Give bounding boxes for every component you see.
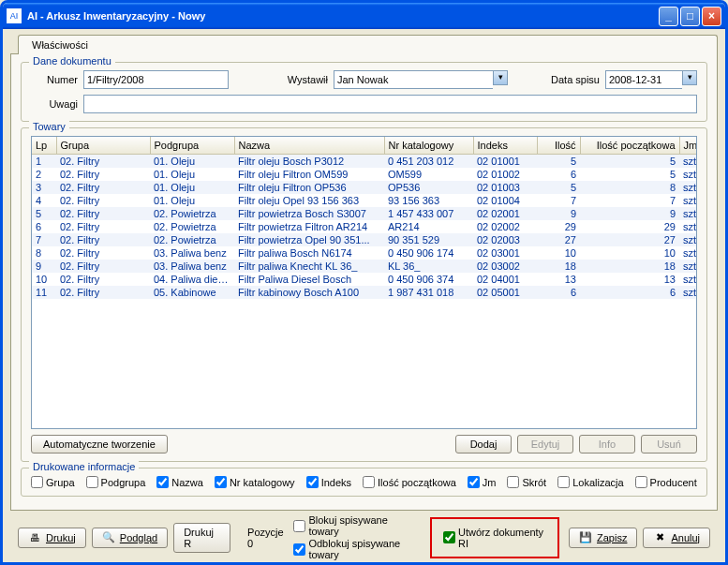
maximize-button[interactable]: □ — [680, 7, 700, 26]
check-producent[interactable]: Producent — [635, 476, 697, 488]
pozycje-label: Pozycje 0 — [247, 527, 288, 549]
wystawil-select[interactable]: ▾ — [334, 70, 508, 89]
wystawil-label: Wystawił — [234, 74, 328, 85]
check-lokalizacja[interactable]: Lokalizacja — [557, 476, 623, 488]
tab-properties[interactable]: Właściwości — [18, 35, 718, 54]
col-podgrupa[interactable]: Podgrupa — [150, 137, 234, 155]
legend-druk: Drukowane informacje — [29, 461, 139, 472]
col-indeks[interactable]: Indeks — [473, 137, 537, 155]
table-row[interactable]: 202. Filtry01. OlejuFiltr oleju Filtron … — [32, 168, 697, 181]
check-indeks[interactable]: Indeks — [306, 476, 351, 488]
data-spisu-input[interactable]: ▾ — [605, 70, 697, 89]
chevron-down-icon[interactable]: ▾ — [682, 70, 697, 85]
minimize-button[interactable]: _ — [659, 7, 678, 26]
table-row[interactable]: 602. Filtry02. PowietrzaFiltr powietrza … — [32, 220, 697, 233]
fieldset-dane: Dane dokumentu Numer Wystawił ▾ Data spi… — [21, 62, 707, 122]
drukuj-r-button[interactable]: Drukuj R — [173, 523, 230, 553]
chevron-down-icon[interactable]: ▾ — [493, 70, 508, 85]
table-row[interactable]: 1002. Filtry04. Paliwa dieselFiltr Paliw… — [32, 273, 697, 286]
usun-button[interactable]: Usuń — [641, 435, 697, 453]
table-row[interactable]: 902. Filtry03. Paliwa benzFiltr paliwa K… — [32, 260, 697, 273]
anuluj-button[interactable]: ✖Anuluj — [643, 528, 710, 548]
tabpane: Dane dokumentu Numer Wystawił ▾ Data spi… — [10, 53, 718, 511]
check-utworz-ri[interactable]: Utwórz dokumenty RI — [443, 527, 546, 549]
col-nrk[interactable]: Nr katalogowy — [384, 137, 473, 155]
col-ilosc-p[interactable]: Ilość początkowa — [580, 137, 679, 155]
edytuj-button[interactable]: Edytuj — [517, 435, 573, 453]
col-ilosc[interactable]: Ilość — [537, 137, 580, 155]
info-button[interactable]: Info — [579, 435, 635, 453]
table-row[interactable]: 102. Filtry01. OlejuFiltr oleju Bosch P3… — [32, 155, 697, 169]
col-nazwa[interactable]: Nazwa — [234, 137, 384, 155]
check-jm[interactable]: Jm — [468, 476, 497, 488]
numer-label: Numer — [31, 74, 78, 85]
check-nazwa[interactable]: Nazwa — [156, 476, 203, 488]
dodaj-button[interactable]: Dodaj — [455, 435, 512, 453]
check-podgrupa[interactable]: Podgrupa — [86, 476, 146, 488]
table-row[interactable]: 802. Filtry03. Paliwa benzFiltr paliwa B… — [32, 246, 697, 260]
save-icon: 💾 — [579, 531, 592, 544]
magnifier-icon: 🔍 — [102, 531, 115, 544]
grid[interactable]: Lp Grupa Podgrupa Nazwa Nr katalogowy In… — [31, 136, 697, 429]
table-row[interactable]: 502. Filtry02. PowietrzaFiltr powietrza … — [32, 207, 697, 220]
check-grupa[interactable]: Grupa — [31, 476, 75, 488]
close-button[interactable]: × — [702, 7, 721, 26]
col-jm[interactable]: Jm — [679, 137, 697, 155]
fieldset-towary: Towary Lp Grupa Podgrupa Nazwa — [21, 127, 707, 462]
uwagi-label: Uwagi — [31, 98, 78, 110]
window-title: AI - Arkusz Inwentaryzacyjny - Nowy — [27, 10, 659, 22]
app-icon: AI — [7, 8, 22, 23]
cancel-icon: ✖ — [653, 531, 666, 544]
col-grupa[interactable]: Grupa — [56, 137, 150, 155]
printer-icon: 🖶 — [28, 531, 41, 544]
grid-header[interactable]: Lp Grupa Podgrupa Nazwa Nr katalogowy In… — [32, 137, 697, 155]
fieldset-drukinfo: Drukowane informacje Grupa Podgrupa Nazw… — [21, 468, 707, 497]
table-row[interactable]: 402. Filtry01. OlejuFiltr oleju Opel 93 … — [32, 194, 697, 207]
table-row[interactable]: 1102. Filtry05. KabinoweFiltr kabinowy B… — [32, 286, 697, 299]
utworz-highlight: Utwórz dokumenty RI — [430, 517, 559, 558]
check-odblokuj[interactable]: Odblokuj spisywane towary — [293, 538, 421, 560]
col-lp[interactable]: Lp — [32, 137, 56, 155]
data-label: Data spisu — [551, 74, 600, 85]
titlebar: AI AI - Arkusz Inwentaryzacyjny - Nowy _… — [3, 3, 725, 29]
legend-dane: Dane dokumentu — [29, 55, 115, 67]
numer-input[interactable] — [83, 70, 229, 89]
podglad-button[interactable]: 🔍Podgląd — [92, 528, 168, 548]
check-skrot[interactable]: Skrót — [507, 476, 546, 488]
uwagi-input[interactable] — [83, 95, 697, 113]
check-ilosc-p[interactable]: Ilość początkowa — [363, 476, 456, 488]
table-row[interactable]: 302. Filtry01. OlejuFiltr oleju Filtron … — [32, 181, 697, 194]
drukuj-button[interactable]: 🖶Drukuj — [18, 528, 86, 548]
zapisz-button[interactable]: 💾Zapisz — [569, 528, 637, 548]
table-row[interactable]: 702. Filtry02. PowietrzaFiltr powietrza … — [32, 233, 697, 246]
auto-create-button[interactable]: Automatyczne tworzenie — [31, 435, 168, 453]
check-blokuj[interactable]: Blokuj spisywane towary — [293, 514, 421, 537]
check-nrk[interactable]: Nr katalogowy — [215, 476, 295, 488]
legend-towary: Towary — [29, 121, 69, 132]
